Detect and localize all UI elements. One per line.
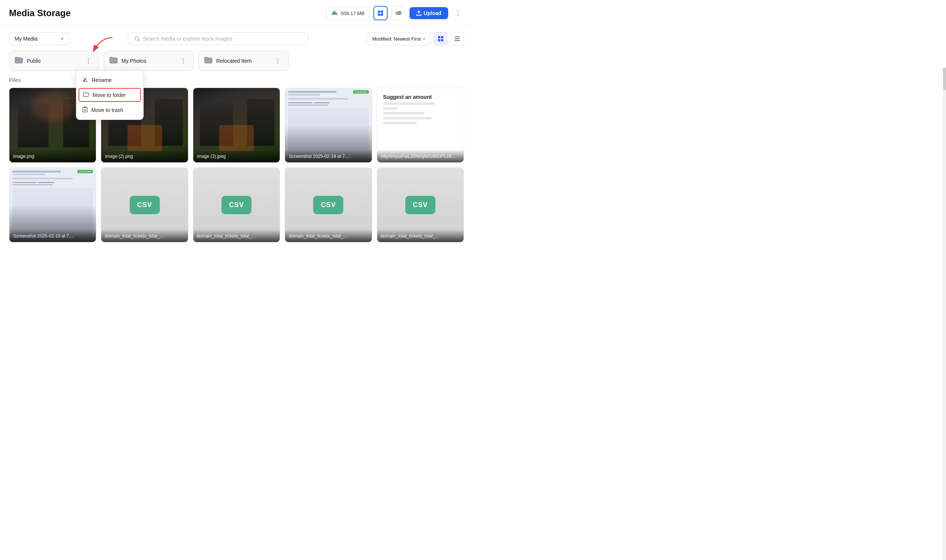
- file-overlay-4: Screenshot 2025-02-19 at 7....: [285, 149, 371, 162]
- svg-line-14: [138, 40, 140, 42]
- folder-public-left: Public: [15, 57, 41, 65]
- sort-dropdown[interactable]: Modified: Newest First ▾: [367, 33, 431, 45]
- header: Media Storage 506.17 MB: [0, 0, 473, 27]
- svg-rect-21: [455, 40, 460, 41]
- storage-badge: 506.17 MB: [327, 7, 370, 20]
- move-to-trash-label: Move to trash: [91, 107, 123, 113]
- add-from-url-button[interactable]: [391, 6, 406, 20]
- grid-view-button[interactable]: [434, 32, 447, 46]
- folder-my-photos-menu-button[interactable]: ⋮: [178, 55, 188, 66]
- trash-icon: [82, 106, 88, 114]
- svg-rect-23: [83, 81, 87, 82]
- file-name-csv3: domain_total_tickets_total_...: [289, 233, 347, 238]
- file-card-csv3[interactable]: CSV domain_total_tickets_total_...: [285, 167, 372, 242]
- file-overlay-3: image (3).jpeg: [193, 149, 280, 162]
- svg-rect-20: [455, 38, 460, 39]
- file-card-csv4[interactable]: CSV domain_total_tickets_total_...: [377, 167, 464, 242]
- file-overlay-5: Screenshot 2025-02-19 at 7....: [9, 229, 96, 242]
- upload-button[interactable]: Upload: [410, 7, 448, 19]
- dropdown-move-to-folder[interactable]: Move to folder: [79, 88, 141, 102]
- svg-rect-17: [438, 39, 440, 42]
- file-card-csv1[interactable]: CSV domain_total_tickets_total_...: [101, 167, 188, 242]
- file-name-csv1: domain_total_tickets_total_...: [105, 233, 163, 238]
- dropdown-chevron-icon: ▾: [61, 36, 63, 42]
- folder-my-photos-name: My Photos: [122, 58, 146, 64]
- folder-relocated-item-name: Relocated Item: [216, 58, 251, 64]
- folder-relocated-item[interactable]: Relocated Item ⋮: [199, 51, 289, 71]
- file-card-suggest[interactable]: Suggest an amount o8yAlAysxFwL2DMAjN01W0…: [377, 88, 464, 163]
- folder-icon-relocated: [204, 57, 213, 65]
- file-name-suggest: o8yAlAysxFwL2DMAjN01W0JPLc9...: [381, 154, 455, 159]
- folder-my-photos[interactable]: My Photos ⋮: [104, 51, 194, 71]
- file-card-screenshot2[interactable]: Connected Screenshot 2025-02-19 at 7....: [9, 167, 96, 242]
- folder-relocated-item-left: Relocated Item: [204, 57, 251, 65]
- file-overlay-csv3: domain_total_tickets_total_...: [285, 229, 371, 242]
- csv-badge-4: CSV: [405, 196, 435, 214]
- google-drive-icon: [331, 9, 339, 17]
- svg-point-4: [379, 12, 382, 14]
- toolbar: My Media ▾ Search media or explore stock…: [0, 27, 473, 51]
- file-overlay-csv2: domain_total_tickets_total_...: [193, 229, 280, 242]
- svg-rect-15: [438, 36, 440, 38]
- toolbar-right: Modified: Newest First ▾: [367, 32, 464, 46]
- file-card-image3-jpeg[interactable]: image (3).jpeg: [193, 88, 280, 163]
- dropdown-move-to-trash[interactable]: Move to trash: [76, 103, 143, 117]
- move-to-folder-label: Move to folder: [92, 92, 126, 98]
- file-name-5: Screenshot 2025-02-19 at 7....: [13, 233, 74, 238]
- content-area: Public ⋮ Rename: [0, 51, 473, 242]
- file-overlay-csv4: domain_total_tickets_total_...: [377, 229, 464, 242]
- folder-public-name: Public: [27, 58, 41, 64]
- dropdown-rename[interactable]: Rename: [76, 73, 143, 87]
- svg-rect-6: [380, 15, 381, 16]
- my-media-label: My Media: [15, 36, 38, 42]
- csv-badge-2: CSV: [222, 196, 251, 214]
- header-more-button[interactable]: ⋮: [452, 7, 464, 19]
- search-icon: [134, 36, 140, 42]
- folder-dropdown-menu: Rename Move to folder: [76, 70, 143, 120]
- file-card-csv2[interactable]: CSV domain_total_tickets_total_...: [193, 167, 280, 242]
- grid-icon: [438, 36, 444, 42]
- folder-relocated-item-menu-button[interactable]: ⋮: [273, 55, 283, 66]
- sort-chevron-icon: ▾: [423, 37, 425, 42]
- svg-rect-19: [455, 37, 460, 37]
- files-grid-row2: Connected Screenshot 2025-02-19 at 7....…: [9, 167, 464, 242]
- search-bar[interactable]: Search media or explore stock images: [128, 32, 308, 45]
- svg-rect-5: [380, 10, 381, 11]
- list-view-button[interactable]: [450, 32, 464, 46]
- file-card-screenshot1[interactable]: Connected Screenshot 2025-02-19 at 7....: [285, 88, 372, 163]
- folder-my-photos-left: My Photos: [109, 57, 146, 65]
- storage-size: 506.17 MB: [341, 11, 365, 16]
- folder-icon-public: [15, 57, 23, 65]
- link-add-icon: [396, 10, 402, 16]
- my-media-dropdown[interactable]: My Media ▾: [9, 32, 69, 45]
- upload-label: Upload: [424, 10, 441, 16]
- svg-rect-18: [441, 39, 443, 42]
- file-name-3: image (3).jpeg: [197, 154, 226, 159]
- red-arrow-indicator: [86, 36, 116, 54]
- folder-icon-my-photos: [109, 57, 118, 65]
- file-overlay-2: image (2).png: [101, 149, 188, 162]
- folder-public[interactable]: Public ⋮: [9, 51, 99, 71]
- file-overlay-csv1: domain_total_tickets_total_...: [101, 229, 188, 242]
- search-placeholder: Search media or explore stock images: [143, 36, 233, 42]
- file-name-4: Screenshot 2025-02-19 at 7....: [289, 154, 350, 159]
- rename-icon: [82, 77, 88, 83]
- move-folder-icon: [83, 92, 89, 98]
- folders-row: Public ⋮ Rename: [9, 51, 464, 71]
- file-name-csv4: domain_total_tickets_total_...: [381, 233, 439, 238]
- suggest-title: Suggest an amount: [383, 94, 458, 100]
- svg-rect-16: [441, 36, 443, 38]
- csv-badge-1: CSV: [130, 196, 160, 214]
- rename-label: Rename: [92, 77, 112, 83]
- ai-assistant-button[interactable]: [373, 6, 388, 20]
- sort-label: Modified: Newest First: [372, 36, 421, 42]
- upload-icon: [416, 11, 422, 16]
- list-icon: [454, 36, 460, 42]
- header-actions: 506.17 MB Uplo: [327, 6, 464, 20]
- folder-public-menu-button[interactable]: ⋮: [83, 55, 94, 66]
- ai-icon: [377, 9, 384, 17]
- svg-rect-24: [83, 108, 87, 112]
- svg-rect-8: [382, 13, 384, 14]
- csv-badge-3: CSV: [313, 196, 343, 214]
- file-name-csv2: domain_total_tickets_total_...: [197, 233, 255, 238]
